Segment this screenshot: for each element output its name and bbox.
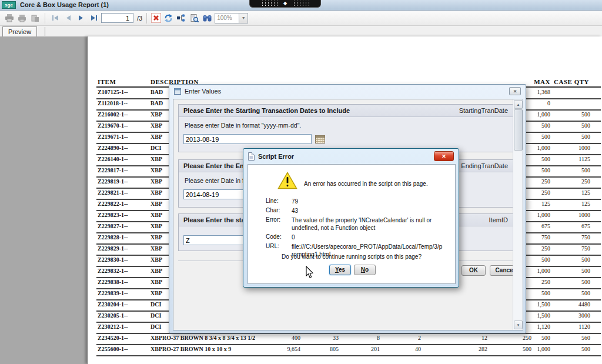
enter-values-title: Enter Values xyxy=(185,88,221,95)
close-icon[interactable]: ✕ xyxy=(509,87,521,95)
first-page-icon[interactable] xyxy=(49,12,61,24)
table-cell: XBP xyxy=(150,178,162,185)
tab-preview[interactable]: Preview xyxy=(2,26,37,36)
table-cell: Z229839-1-- xyxy=(98,290,128,296)
table-cell: 500 xyxy=(543,167,590,173)
table-cell: XBPRO-37 BROWN 8 3/4 x 8 3/4 x 13 1/2 xyxy=(150,335,255,341)
dot-grid-icon xyxy=(292,1,310,6)
scroll-up-icon[interactable]: ▲ xyxy=(514,100,523,109)
warning-icon xyxy=(277,172,297,191)
error-field-label: Code: xyxy=(266,233,292,241)
dialog-scrollbar[interactable]: ▲ ▼ xyxy=(513,99,523,330)
table-cell: Z224890-1-- xyxy=(98,145,128,151)
zoom-level-select[interactable]: 100% ▼ xyxy=(215,13,248,24)
calendar-icon[interactable] xyxy=(315,134,327,144)
table-cell: 125 xyxy=(543,189,590,196)
table-cell: XBP xyxy=(150,256,162,263)
print-direct-icon[interactable] xyxy=(16,12,28,24)
table-cell: 125 xyxy=(543,201,590,207)
scrollbar-thumb[interactable] xyxy=(514,109,523,151)
table-cell: XBP xyxy=(150,133,162,140)
app-logo-icon: sge xyxy=(2,1,16,9)
table-cell: 500 xyxy=(543,111,590,118)
table-cell: 500 xyxy=(543,290,590,296)
stop-icon[interactable] xyxy=(151,13,161,23)
table-cell: 33 xyxy=(292,335,339,341)
table-cell: Z226140-1-- xyxy=(98,156,128,162)
starting-date-input[interactable] xyxy=(183,134,312,144)
continue-question: Do you want to continue running scripts … xyxy=(248,253,455,260)
prev-page-icon[interactable] xyxy=(62,12,73,24)
table-cell: Z112018-1-- xyxy=(98,100,128,106)
table-cell: Z229828-1-- xyxy=(98,234,128,241)
table-cell: Z230204-1-- xyxy=(98,301,128,308)
table-cell: Z230205-1-- xyxy=(98,312,128,319)
find-icon[interactable] xyxy=(202,12,213,24)
error-field-label: Char: xyxy=(266,207,292,215)
table-cell: Z229832-1-- xyxy=(98,268,128,274)
table-cell: XBP xyxy=(150,189,162,196)
table-cell: Z229827-1-- xyxy=(98,223,128,229)
script-error-dialog: Script Error ✕ An error has occurred in … xyxy=(243,148,459,288)
table-cell: DCI xyxy=(150,312,161,319)
table-row: Z234520-1--XBPRO-37 BROWN 8 3/4 x 8 3/4 … xyxy=(96,334,601,345)
table-cell: Z107125-1-- xyxy=(98,89,128,95)
table-cell: 12 xyxy=(440,335,487,341)
table-cell: 250 xyxy=(543,178,590,185)
table-cell: XBP xyxy=(150,156,162,162)
error-field-value: 79 xyxy=(292,198,443,205)
table-cell: XBP xyxy=(150,201,162,207)
section-param-name: EndingTranDate xyxy=(461,162,508,169)
section-prompt: Please Enter the Starting Transaction Da… xyxy=(183,107,350,114)
table-cell: 500 xyxy=(543,346,590,352)
table-cell: 560 xyxy=(543,335,590,341)
ok-button[interactable]: OK xyxy=(461,265,486,276)
table-cell: XBP xyxy=(150,245,162,252)
table-cell: 500 xyxy=(543,256,590,263)
close-icon[interactable]: ✕ xyxy=(434,151,454,161)
table-cell: XBP xyxy=(150,212,162,218)
no-button[interactable]: No xyxy=(354,265,376,275)
document-icon xyxy=(248,152,255,161)
screen-share-widget[interactable]: ◆ xyxy=(249,0,321,8)
group-tree-icon[interactable] xyxy=(176,12,187,24)
table-cell: Z229822-1-- xyxy=(98,201,128,207)
search-page-icon[interactable] xyxy=(189,12,200,24)
table-cell: BAD xyxy=(150,100,163,106)
report-toolbar: /3 100% ▼ xyxy=(0,11,602,26)
last-page-icon[interactable] xyxy=(88,12,99,24)
table-cell: 675 xyxy=(543,223,590,229)
scroll-down-icon[interactable]: ▼ xyxy=(514,320,523,329)
table-cell: XBP xyxy=(150,268,162,274)
table-cell: Z229829-1-- xyxy=(98,245,128,252)
section-param-name: ItemID xyxy=(489,216,508,223)
error-field-row: Char:43 xyxy=(266,207,448,215)
error-message: An error has occurred in the script on t… xyxy=(304,180,444,188)
page-total-label: /3 xyxy=(137,15,142,22)
page-number-input[interactable] xyxy=(101,13,133,23)
refresh-icon[interactable] xyxy=(163,12,174,24)
table-cell: 3000 xyxy=(543,312,590,319)
diamond-icon: ◆ xyxy=(283,1,287,6)
table-cell: 805 xyxy=(292,346,339,352)
script-error-title: Script Error xyxy=(258,153,294,160)
enter-values-title-bar[interactable]: Enter Values ✕ xyxy=(169,85,526,98)
yes-button[interactable]: Yes xyxy=(329,265,351,275)
col-header-item: ITEM xyxy=(98,78,116,85)
table-cell: XBP xyxy=(150,122,162,129)
table-cell: DCI xyxy=(150,145,161,151)
table-cell: 4480 xyxy=(543,301,590,308)
col-header-case-qty: CASE QTY xyxy=(542,78,589,85)
next-page-icon[interactable] xyxy=(75,12,86,24)
chevron-down-icon[interactable]: ▼ xyxy=(239,14,248,23)
table-cell: Z219670-1-- xyxy=(98,122,128,129)
table-cell: 1125 xyxy=(543,156,590,162)
param-section-starting-date: Please Enter the Starting Transaction Da… xyxy=(178,104,513,152)
error-field-row: Error:The value of the property 'INCreat… xyxy=(266,216,448,232)
export-icon[interactable] xyxy=(29,12,41,24)
print-icon[interactable] xyxy=(4,12,15,24)
table-cell: 1000 xyxy=(543,145,590,151)
script-error-title-bar[interactable]: Script Error ✕ xyxy=(243,149,459,163)
table-cell: DCI xyxy=(150,301,161,308)
mouse-cursor xyxy=(305,266,314,281)
